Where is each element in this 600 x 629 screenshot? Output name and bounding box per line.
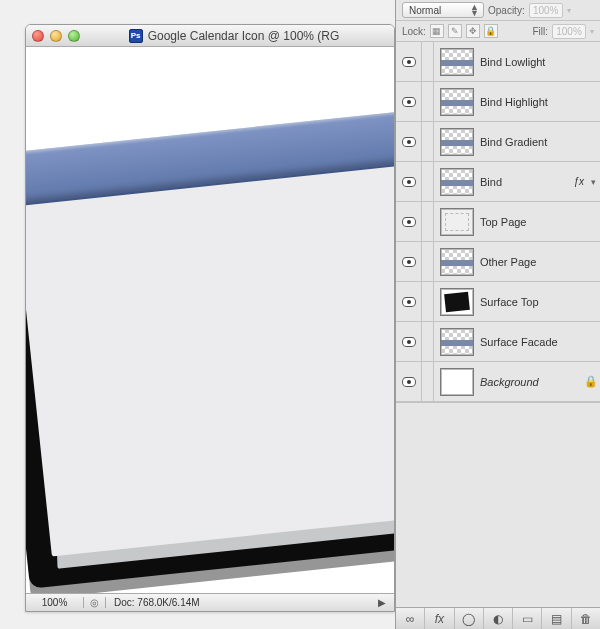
delete-layer-icon[interactable]: 🗑 bbox=[572, 608, 600, 629]
opacity-label: Opacity: bbox=[488, 5, 525, 16]
eye-icon bbox=[402, 377, 416, 387]
lock-label: Lock: bbox=[402, 26, 426, 37]
adjustment-layer-icon[interactable]: ◐ bbox=[484, 608, 513, 629]
add-mask-icon[interactable]: ◯ bbox=[455, 608, 484, 629]
zoom-button[interactable] bbox=[68, 30, 80, 42]
link-column bbox=[422, 202, 434, 241]
minimize-button[interactable] bbox=[50, 30, 62, 42]
blend-mode-select[interactable]: Normal ▲▼ bbox=[402, 2, 484, 18]
eye-icon bbox=[402, 217, 416, 227]
visibility-toggle[interactable] bbox=[396, 202, 422, 241]
layer-fx-icon[interactable]: fx bbox=[425, 608, 454, 629]
layer-row[interactable]: Background🔒 bbox=[396, 362, 600, 402]
visibility-toggle[interactable] bbox=[396, 122, 422, 161]
layer-name[interactable]: Bind Highlight bbox=[480, 96, 600, 108]
lock-transparency-icon[interactable]: ▦ bbox=[430, 24, 444, 38]
lock-all-icon[interactable]: 🔒 bbox=[484, 24, 498, 38]
layer-name[interactable]: Bind Lowlight bbox=[480, 56, 600, 68]
fill-label: Fill: bbox=[532, 26, 548, 37]
opacity-menu-icon[interactable]: ▾ bbox=[567, 6, 571, 15]
lock-fill-row: Lock: ▦ ✎ ✥ 🔒 Fill: 100% ▾ bbox=[396, 21, 600, 42]
link-column bbox=[422, 322, 434, 361]
lock-position-icon[interactable]: ✥ bbox=[466, 24, 480, 38]
new-layer-icon[interactable]: ▤ bbox=[542, 608, 571, 629]
eye-icon bbox=[402, 97, 416, 107]
eye-icon bbox=[402, 57, 416, 67]
link-column bbox=[422, 282, 434, 321]
visibility-toggle[interactable] bbox=[396, 362, 422, 401]
layer-row[interactable]: Bind Highlight bbox=[396, 82, 600, 122]
layer-thumbnail[interactable] bbox=[440, 288, 474, 316]
status-bar: 100% ◎ Doc: 768.0K/6.14M ▶ bbox=[26, 593, 394, 611]
window-title-text: Google Calendar Icon @ 100% (RG bbox=[148, 29, 340, 43]
close-button[interactable] bbox=[32, 30, 44, 42]
layer-thumbnail[interactable] bbox=[440, 168, 474, 196]
traffic-lights bbox=[32, 30, 80, 42]
scroll-icon[interactable]: ◎ bbox=[84, 597, 106, 608]
layer-lock-icon: 🔒 bbox=[582, 375, 600, 388]
layers-panel-footer: ∞ fx ◯ ◐ ▭ ▤ 🗑 bbox=[396, 607, 600, 629]
visibility-toggle[interactable] bbox=[396, 322, 422, 361]
link-layers-icon[interactable]: ∞ bbox=[396, 608, 425, 629]
layer-name[interactable]: Other Page bbox=[480, 256, 600, 268]
eye-icon bbox=[402, 137, 416, 147]
link-column bbox=[422, 122, 434, 161]
fill-field[interactable]: 100% bbox=[552, 24, 586, 39]
layers-empty-area bbox=[396, 402, 600, 403]
eye-icon bbox=[402, 257, 416, 267]
layer-options: Normal ▲▼ Opacity: 100% ▾ Lock: ▦ ✎ ✥ 🔒 … bbox=[396, 0, 600, 42]
zoom-field[interactable]: 100% bbox=[26, 597, 84, 608]
link-column bbox=[422, 82, 434, 121]
window-titlebar[interactable]: Ps Google Calendar Icon @ 100% (RG bbox=[26, 25, 394, 47]
layer-name[interactable]: Surface Facade bbox=[480, 336, 600, 348]
window-title-wrap: Ps Google Calendar Icon @ 100% (RG bbox=[80, 29, 388, 43]
link-column bbox=[422, 362, 434, 401]
layer-name[interactable]: Background bbox=[480, 376, 582, 388]
layer-row[interactable]: Other Page bbox=[396, 242, 600, 282]
layer-thumbnail[interactable] bbox=[440, 208, 474, 236]
layer-row[interactable]: Surface Top bbox=[396, 282, 600, 322]
layers-list[interactable]: Bind LowlightBind HighlightBind Gradient… bbox=[396, 42, 600, 607]
layer-row[interactable]: Top Page bbox=[396, 202, 600, 242]
document-window: Ps Google Calendar Icon @ 100% (RG 100% … bbox=[25, 24, 395, 612]
layer-thumbnail[interactable] bbox=[440, 48, 474, 76]
lock-pixels-icon[interactable]: ✎ bbox=[448, 24, 462, 38]
layer-thumbnail[interactable] bbox=[440, 248, 474, 276]
layer-thumbnail[interactable] bbox=[440, 368, 474, 396]
select-stepper-icon: ▲▼ bbox=[470, 4, 479, 16]
visibility-toggle[interactable] bbox=[396, 82, 422, 121]
canvas-area[interactable] bbox=[26, 47, 394, 593]
layer-name[interactable]: Top Page bbox=[480, 216, 600, 228]
link-column bbox=[422, 162, 434, 201]
fx-disclosure-icon[interactable]: ▾ bbox=[586, 177, 600, 187]
layer-name[interactable]: Bind bbox=[480, 176, 573, 188]
visibility-toggle[interactable] bbox=[396, 242, 422, 281]
layer-name[interactable]: Surface Top bbox=[480, 296, 600, 308]
visibility-toggle[interactable] bbox=[396, 162, 422, 201]
layer-thumbnail[interactable] bbox=[440, 328, 474, 356]
blend-mode-value: Normal bbox=[409, 5, 441, 16]
link-column bbox=[422, 42, 434, 81]
photoshop-badge-icon: Ps bbox=[129, 29, 143, 43]
layers-panel: Normal ▲▼ Opacity: 100% ▾ Lock: ▦ ✎ ✥ 🔒 … bbox=[395, 0, 600, 629]
opacity-field[interactable]: 100% bbox=[529, 3, 563, 18]
layer-row[interactable]: Bindƒx▾ bbox=[396, 162, 600, 202]
doc-info[interactable]: Doc: 768.0K/6.14M bbox=[106, 597, 208, 608]
link-column bbox=[422, 242, 434, 281]
new-group-icon[interactable]: ▭ bbox=[513, 608, 542, 629]
fill-menu-icon[interactable]: ▾ bbox=[590, 27, 594, 36]
layer-name[interactable]: Bind Gradient bbox=[480, 136, 600, 148]
doc-info-menu-icon[interactable]: ▶ bbox=[370, 597, 394, 608]
layer-thumbnail[interactable] bbox=[440, 128, 474, 156]
layer-row[interactable]: Bind Gradient bbox=[396, 122, 600, 162]
layer-row[interactable]: Surface Facade bbox=[396, 322, 600, 362]
layer-row[interactable]: Bind Lowlight bbox=[396, 42, 600, 82]
visibility-toggle[interactable] bbox=[396, 42, 422, 81]
layer-thumbnail[interactable] bbox=[440, 88, 474, 116]
artwork bbox=[26, 61, 394, 593]
eye-icon bbox=[402, 337, 416, 347]
visibility-toggle[interactable] bbox=[396, 282, 422, 321]
eye-icon bbox=[402, 177, 416, 187]
layer-fx-badge[interactable]: ƒx bbox=[573, 176, 586, 187]
eye-icon bbox=[402, 297, 416, 307]
